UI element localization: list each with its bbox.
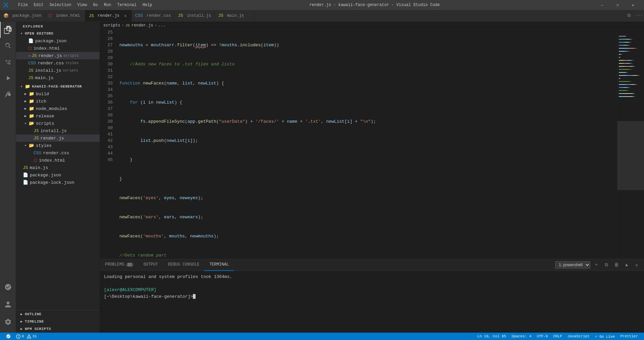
code-content[interactable]: newmouths = mouthsarr.filter(item) => !m… [116, 29, 617, 259]
maximize-button[interactable]: ❐ [610, 0, 625, 10]
status-position[interactable]: Ln 10, Col 65 [475, 333, 509, 340]
minimize-button[interactable]: — [594, 0, 610, 10]
split-terminal-button[interactable]: ⧉ [602, 261, 610, 269]
terminal-content[interactable]: Loading personal and system profiles too… [100, 271, 644, 333]
status-language[interactable]: JavaScript [565, 333, 592, 340]
status-errors[interactable]: 0 31 [13, 333, 40, 340]
status-golive[interactable]: ⚡ Go Live [592, 333, 618, 340]
folder-scripts[interactable]: ▾ 📂 scripts [16, 120, 100, 127]
open-editors-section[interactable]: ▾ OPEN EDITORS [16, 30, 100, 37]
code-editor[interactable]: 25 26 27 28 29 30 31 32 33 34 35 36 37 3… [100, 29, 644, 259]
tab-index-html[interactable]: ⬡ index.html [45, 10, 85, 21]
open-file-install-js[interactable]: JS install.js scripts [16, 67, 100, 74]
tab-render-js[interactable]: JS render.js ✕ [85, 10, 131, 21]
file-package-lock-json[interactable]: 📄 package-lock.json [16, 179, 100, 186]
npm-scripts-section[interactable]: ▶ NPM SCRIPTS [16, 325, 100, 333]
folder-release[interactable]: ▶ 📁 release [16, 112, 100, 120]
status-spaces[interactable]: Spaces: 4 [509, 333, 534, 340]
menu-go[interactable]: Go [90, 2, 100, 8]
new-terminal-button[interactable]: + [592, 261, 600, 269]
menu-view[interactable]: View [74, 2, 90, 8]
content-area: EXPLORER ▾ OPEN EDITORS 📄 package.json ⬡… [0, 22, 644, 333]
kill-terminal-button[interactable]: 🗑 [612, 261, 621, 269]
account-activity-icon[interactable] [0, 296, 16, 313]
window-controls[interactable]: — ❐ ✕ [594, 0, 641, 10]
tab-main-js[interactable]: JS main.js [215, 10, 255, 21]
output-label: OUTPUT [144, 262, 158, 267]
file-package-json[interactable]: 📄 package.json [16, 171, 100, 179]
release-chevron: ▶ [23, 114, 28, 118]
npm-scripts-label: NPM SCRIPTS [25, 327, 51, 331]
terminal-user: alexr@ALEXCOMPUTER [107, 287, 154, 292]
folder-styles-label: styles [36, 143, 52, 148]
folder-node-modules[interactable]: ▶ 📁 node_modules [16, 105, 100, 112]
close-panel-button[interactable]: ✕ [633, 261, 641, 269]
menu-selection[interactable]: Selection [47, 2, 74, 8]
minimap[interactable] [617, 29, 644, 259]
scripts-chevron: ▾ [23, 121, 28, 125]
menu-run[interactable]: Run [101, 2, 114, 8]
open-file-render-css[interactable]: CSS render.css styles [16, 59, 100, 67]
file-render-css[interactable]: CSS render.css [16, 149, 100, 157]
run-activity-icon[interactable] [0, 70, 16, 86]
settings-activity-icon[interactable] [0, 314, 16, 330]
menu-terminal[interactable]: Terminal [114, 2, 139, 8]
code-line-36: //Gets random part [119, 252, 617, 259]
status-prettier[interactable]: Prettier [618, 333, 641, 340]
file-main-js[interactable]: JS main.js [16, 164, 100, 171]
sidebar-content[interactable]: ▾ OPEN EDITORS 📄 package.json ⬡ index.ht… [16, 30, 100, 310]
status-eol[interactable]: CRLF [550, 333, 565, 340]
activity-bottom [0, 279, 16, 333]
open-file-index-html[interactable]: ⬡ index.html [16, 45, 100, 52]
folder-itch[interactable]: ▶ 📁 itch [16, 98, 100, 105]
open-file-render-js[interactable]: ✕ JS render.js scripts [16, 52, 100, 59]
code-line-31: } [119, 157, 617, 163]
split-editor-button[interactable]: ⧉ [624, 10, 634, 21]
file-install-js[interactable]: JS install.js [16, 127, 100, 134]
terminal-tab[interactable]: TERMINAL [204, 259, 234, 271]
open-file-package-json[interactable]: 📄 package.json [16, 37, 100, 45]
file-install-js-label: install.js [41, 128, 67, 133]
menu-edit[interactable]: Edit [31, 2, 46, 8]
file-main-js-label: main.js [30, 165, 48, 170]
menu-bar[interactable]: File Edit Selection View Go Run Terminal… [15, 2, 155, 8]
tab-render-css[interactable]: CSS render.css [132, 10, 174, 21]
index-html-tree-icon: ⬡ [34, 158, 37, 163]
tab-install-js[interactable]: JS install.js [174, 10, 215, 21]
maximize-panel-button[interactable]: ▲ [623, 261, 631, 269]
breadcrumb-scripts[interactable]: scripts [103, 23, 120, 28]
project-root[interactable]: ▾ 📁 KAWAII-FACE-GENERATOR [16, 83, 100, 90]
folder-build[interactable]: ▶ 📁 build [16, 90, 100, 98]
menu-file[interactable]: File [15, 2, 31, 8]
folder-styles[interactable]: ▾ 📂 styles [16, 142, 100, 149]
file-render-js[interactable]: JS render.js [16, 134, 100, 142]
timeline-section[interactable]: ▶ TIMELINE [16, 318, 100, 325]
problems-tab[interactable]: PROBLEMS 31 [100, 259, 139, 271]
install-js-file-icon: JS [28, 68, 34, 73]
open-file-install-js-label: install.js [35, 68, 61, 73]
search-activity-icon[interactable] [0, 38, 16, 54]
shell-selector[interactable]: 1: powershell [555, 261, 590, 269]
tab-render-js-close[interactable]: ✕ [123, 13, 128, 18]
node-modules-chevron: ▶ [23, 107, 28, 111]
tab-render-css-label: render.css [147, 13, 171, 18]
outline-section[interactable]: ▶ OUTLINE [16, 310, 100, 318]
more-actions-button[interactable]: ··· [634, 10, 644, 21]
close-render-js-icon[interactable]: ✕ [28, 54, 31, 58]
close-button[interactable]: ✕ [625, 0, 641, 10]
debug-console-tab[interactable]: DEBUG CONSOLE [163, 259, 205, 271]
tab-package-json[interactable]: 📦 package.json [0, 10, 45, 21]
remote-activity-icon[interactable] [0, 279, 16, 295]
menu-help[interactable]: Help [140, 2, 155, 8]
breadcrumb-renderjs[interactable]: render.js [131, 23, 153, 28]
source-control-activity-icon[interactable] [0, 54, 16, 70]
install-js-tree-icon: JS [34, 128, 39, 133]
file-index-html[interactable]: ⬡ index.html [16, 157, 100, 164]
status-encoding[interactable]: UTF-8 [534, 333, 550, 340]
status-remote[interactable] [3, 333, 13, 340]
explorer-activity-icon[interactable] [0, 22, 16, 38]
output-tab[interactable]: OUTPUT [139, 259, 163, 271]
open-file-main-js[interactable]: JS main.js [16, 74, 100, 81]
render-js-tree-icon: JS [34, 136, 39, 141]
extensions-activity-icon[interactable] [0, 86, 16, 102]
